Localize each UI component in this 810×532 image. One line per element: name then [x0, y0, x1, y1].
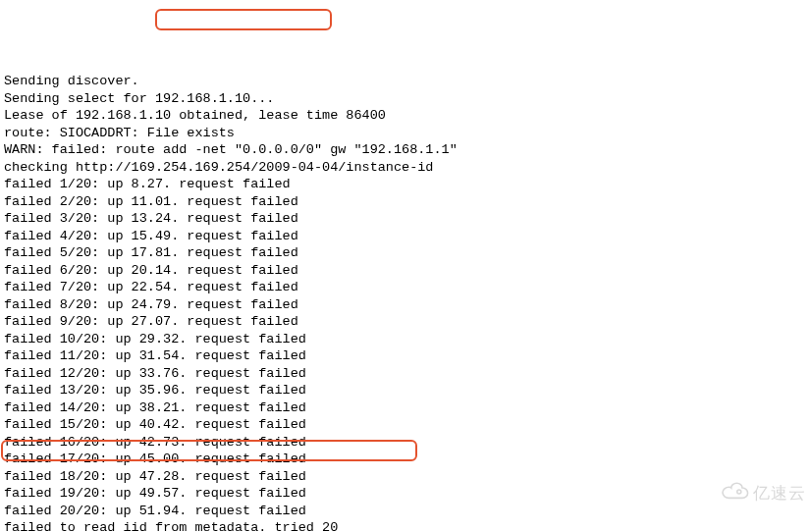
console-line: Lease of 192.168.1.10 obtained, lease ti… [4, 107, 806, 125]
console-line: failed 18/20: up 47.28. request failed [4, 468, 806, 486]
cloud-icon [696, 465, 750, 523]
console-line: failed 2/20: up 11.01. request failed [4, 193, 806, 211]
highlight-ip-address [155, 9, 332, 30]
console-line: Sending discover. [4, 73, 806, 90]
console-line: WARN: failed: route add -net "0.0.0.0/0"… [4, 141, 806, 159]
console-line: failed 19/20: up 49.57. request failed [4, 485, 806, 503]
console-line: failed 15/20: up 40.42. request failed [4, 416, 806, 434]
console-line: failed to read iid from metadata. tried … [4, 519, 806, 532]
console-output: Sending discover.Sending select for 192.… [4, 73, 806, 532]
console-line: failed 5/20: up 17.81. request failed [4, 244, 806, 262]
console-line: failed 10/20: up 29.32. request failed [4, 331, 806, 348]
console-line: failed 7/20: up 22.54. request failed [4, 279, 806, 296]
console-line: failed 12/20: up 33.76. request failed [4, 365, 806, 383]
console-line: Sending select for 192.168.1.10... [4, 90, 806, 108]
console-line: failed 1/20: up 8.27. request failed [4, 176, 806, 193]
watermark: 亿速云 [696, 465, 806, 523]
console-line: failed 20/20: up 51.94. request failed [4, 503, 806, 520]
console-line: failed 14/20: up 38.21. request failed [4, 399, 806, 417]
console-line: checking http://169.254.169.254/2009-04-… [4, 159, 806, 177]
console-line: failed 9/20: up 27.07. request failed [4, 313, 806, 331]
console-line: failed 11/20: up 31.54. request failed [4, 347, 806, 365]
svg-point-0 [737, 490, 741, 494]
console-line: route: SIOCADDRT: File exists [4, 125, 806, 142]
console-line: failed 17/20: up 45.00. request failed [4, 451, 806, 468]
console-line: failed 4/20: up 15.49. request failed [4, 228, 806, 245]
console-line: failed 8/20: up 24.79. request failed [4, 296, 806, 314]
watermark-text: 亿速云 [753, 485, 806, 503]
console-line: failed 6/20: up 20.14. request failed [4, 262, 806, 280]
console-line: failed 3/20: up 13.24. request failed [4, 210, 806, 228]
console-line: failed 16/20: up 42.73. request failed [4, 434, 806, 452]
console-line: failed 13/20: up 35.96. request failed [4, 382, 806, 399]
